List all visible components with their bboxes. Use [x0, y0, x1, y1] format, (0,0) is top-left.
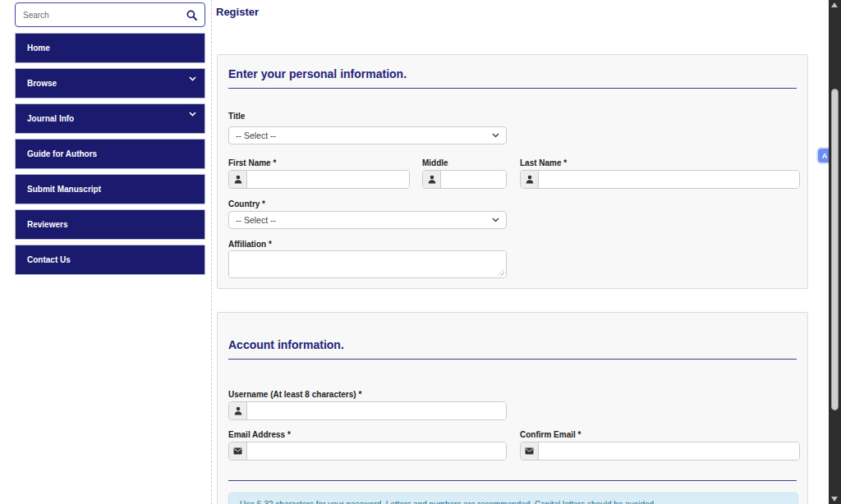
personal-section-heading: Enter your personal information. [228, 67, 807, 80]
sidebar-item-reviewers[interactable]: Reviewers [15, 209, 205, 240]
search-icon [186, 10, 197, 21]
envelope-icon [521, 442, 539, 460]
person-icon [229, 402, 247, 419]
search-input[interactable] [23, 11, 186, 20]
confirm-email-input[interactable] [539, 442, 799, 460]
country-label: Country * [228, 199, 265, 208]
country-select[interactable]: -- Select -- [228, 211, 507, 229]
section-divider [228, 88, 797, 89]
email-group [228, 442, 507, 460]
person-icon [229, 171, 247, 188]
sidebar-item-contact-us[interactable]: Contact Us [15, 245, 205, 275]
country-select-value: -- Select -- [236, 215, 276, 225]
middle-name-group [422, 170, 507, 189]
last-name-input[interactable] [539, 171, 799, 188]
sidebar-item-label: Submit Manuscript [27, 185, 101, 194]
sidebar-item-label: Home [27, 44, 50, 53]
search-box [15, 2, 205, 27]
affiliation-label: Affiliation * [228, 240, 272, 249]
person-icon [423, 171, 441, 188]
last-name-label: Last Name * [520, 158, 567, 167]
first-name-input[interactable] [247, 171, 409, 188]
personal-info-panel: Enter your personal information. Title -… [217, 54, 808, 289]
middle-name-label: Middle [422, 158, 448, 167]
scroll-down-icon[interactable] [831, 497, 838, 502]
scrollbar-thumb[interactable] [831, 89, 839, 410]
page-title: Register [216, 6, 259, 18]
username-label: Username (At least 8 characters) * [228, 390, 361, 399]
username-group [228, 401, 507, 420]
sidebar-item-home[interactable]: Home [15, 33, 205, 63]
confirm-email-group [520, 442, 800, 460]
confirm-email-label: Confirm Email * [520, 430, 581, 439]
username-input[interactable] [247, 402, 506, 419]
envelope-icon [229, 442, 247, 460]
email-label: Email Address * [228, 430, 291, 439]
first-name-group [228, 170, 410, 189]
sidebar-item-guide-for-authors[interactable]: Guide for Authors [15, 139, 205, 169]
content-left-divider [211, 0, 212, 504]
sidebar-item-label: Browse [27, 79, 57, 88]
chevron-down-icon [492, 133, 499, 138]
sidebar-item-submit-manuscript[interactable]: Submit Manuscript [15, 174, 205, 204]
middle-name-input[interactable] [441, 171, 506, 188]
account-section-heading: Account information. [228, 338, 807, 351]
scroll-up-icon[interactable] [831, 2, 838, 7]
password-note-alert: Use 6-32 characters for your password. L… [228, 493, 798, 504]
sidebar-item-label: Journal Info [27, 114, 74, 123]
translate-icon: A [822, 152, 828, 160]
section-divider [228, 359, 797, 360]
email-input[interactable] [247, 442, 506, 460]
account-info-panel: Account information. Username (At least … [217, 312, 808, 504]
sidebar-item-label: Reviewers [27, 220, 67, 229]
sidebar-item-journal-info[interactable]: Journal Info [15, 103, 205, 134]
title-select[interactable]: -- Select -- [228, 126, 507, 144]
title-label: Title [228, 112, 245, 121]
search-button[interactable] [186, 10, 197, 21]
chevron-down-icon [492, 218, 499, 222]
password-note-text: Use 6-32 characters for your password. L… [240, 500, 656, 504]
first-name-label: First Name * [228, 158, 276, 167]
chevron-down-icon [189, 112, 196, 117]
affiliation-box [228, 250, 507, 278]
affiliation-textarea[interactable] [229, 251, 506, 277]
section-divider [228, 480, 797, 481]
person-icon [521, 171, 539, 188]
last-name-group [520, 170, 800, 189]
sidebar: Home Browse Journal Info Guide for Autho… [15, 2, 205, 280]
title-select-value: -- Select -- [236, 131, 276, 140]
sidebar-item-browse[interactable]: Browse [15, 68, 205, 99]
sidebar-item-label: Guide for Authors [27, 149, 97, 158]
sidebar-item-label: Contact Us [27, 255, 71, 264]
scrollbar-track[interactable] [829, 0, 841, 504]
chevron-down-icon [189, 76, 196, 81]
